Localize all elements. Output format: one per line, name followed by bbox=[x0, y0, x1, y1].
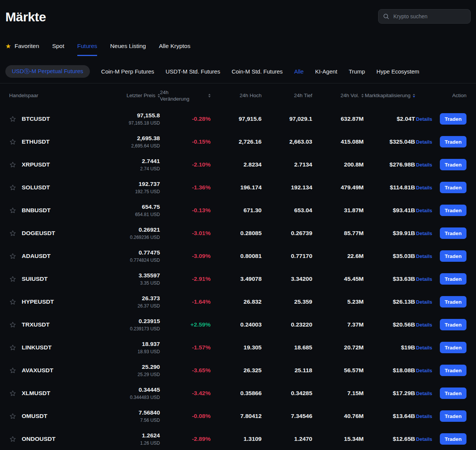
favorite-star-icon[interactable] bbox=[9, 138, 16, 146]
search-box[interactable] bbox=[378, 9, 471, 24]
details-link[interactable]: Details bbox=[415, 345, 434, 351]
details-link[interactable]: Details bbox=[415, 322, 434, 328]
trade-button[interactable]: Traden bbox=[440, 296, 466, 307]
pair-symbol[interactable]: XRPUSDT bbox=[22, 161, 50, 168]
trade-button[interactable]: Traden bbox=[440, 136, 466, 147]
last-price: 3.35597 bbox=[118, 272, 160, 279]
favorite-star-icon[interactable] bbox=[9, 436, 16, 443]
pair-symbol[interactable]: OMUSDT bbox=[22, 413, 47, 420]
details-link[interactable]: Details bbox=[415, 391, 434, 396]
favorite-star-icon[interactable] bbox=[9, 367, 16, 374]
low-24h: 25.359 bbox=[262, 298, 312, 305]
favorite-star-icon[interactable] bbox=[9, 344, 16, 351]
pair-symbol[interactable]: SOLUSDT bbox=[22, 184, 50, 191]
market-cap: $114.81B bbox=[364, 184, 415, 191]
price-usd: 7.56 USD bbox=[118, 418, 160, 423]
details-link[interactable]: Details bbox=[415, 116, 434, 122]
price-usd: 97,165.18 USD bbox=[118, 120, 160, 126]
pair-symbol[interactable]: AVAXUSDT bbox=[22, 367, 53, 374]
trade-button[interactable]: Traden bbox=[440, 205, 466, 216]
details-link[interactable]: Details bbox=[415, 185, 434, 191]
trade-button[interactable]: Traden bbox=[440, 319, 466, 330]
trade-button[interactable]: Traden bbox=[440, 342, 466, 353]
primary-tab[interactable]: Futures bbox=[77, 43, 97, 56]
last-price: 0.26921 bbox=[118, 226, 160, 233]
trade-button[interactable]: Traden bbox=[440, 433, 466, 445]
trade-button[interactable]: Traden bbox=[440, 250, 466, 262]
pair-symbol[interactable]: LINKUSDT bbox=[22, 344, 51, 351]
last-price: 1.2624 bbox=[118, 432, 160, 439]
details-link[interactable]: Details bbox=[415, 413, 434, 419]
primary-tab[interactable]: Spot bbox=[52, 43, 64, 56]
trade-button[interactable]: Traden bbox=[440, 227, 466, 239]
pair-symbol[interactable]: XLMUSDT bbox=[22, 390, 50, 397]
favorite-star-icon[interactable] bbox=[9, 413, 16, 420]
trade-button[interactable]: Traden bbox=[440, 159, 466, 170]
high-24h: 2,726.16 bbox=[211, 138, 262, 145]
details-link[interactable]: Details bbox=[415, 208, 434, 213]
primary-tab[interactable]: Alle Kryptos bbox=[159, 43, 190, 56]
filter-tab[interactable]: KI-Agent bbox=[315, 68, 337, 75]
change-value: -3.09% bbox=[192, 253, 211, 259]
favorite-star-icon[interactable] bbox=[9, 161, 16, 168]
favorite-star-icon[interactable] bbox=[9, 115, 16, 123]
pair-symbol[interactable]: ONDOUSDT bbox=[22, 436, 56, 442]
details-link[interactable]: Details bbox=[415, 231, 434, 236]
header-change[interactable]: 24h Veränderung bbox=[160, 89, 211, 102]
pair-symbol[interactable]: ADAUSDT bbox=[22, 253, 51, 259]
favorite-star-icon[interactable] bbox=[9, 298, 16, 306]
trade-button[interactable]: Traden bbox=[440, 113, 466, 125]
header-volume[interactable]: 24h Vol. bbox=[312, 93, 364, 98]
favorite-star-icon[interactable] bbox=[9, 230, 16, 237]
filter-tab[interactable]: Alle bbox=[294, 68, 303, 75]
details-link[interactable]: Details bbox=[415, 276, 434, 282]
primary-tab-label: Alle Kryptos bbox=[159, 43, 190, 50]
favorite-star-icon[interactable] bbox=[9, 253, 16, 260]
pair-symbol[interactable]: BTCUSDT bbox=[22, 115, 50, 122]
filter-tab[interactable]: Coin-M Perp Futures bbox=[101, 68, 154, 75]
trade-button[interactable]: Traden bbox=[440, 388, 466, 399]
pair-symbol[interactable]: ETHUSDT bbox=[22, 138, 50, 145]
primary-tab[interactable]: ★ Favoriten bbox=[5, 43, 39, 56]
high-24h: 97,915.6 bbox=[211, 115, 262, 122]
trade-button[interactable]: Traden bbox=[440, 410, 466, 422]
table-row: XLMUSDT 0.34445 0.344483 USD -3.42% 0.35… bbox=[9, 382, 466, 405]
price-usd: 0.239173 USD bbox=[118, 326, 160, 331]
change-value: +2.59% bbox=[190, 321, 211, 328]
low-24h: 97,029.1 bbox=[262, 115, 312, 122]
market-cap: $93.41B bbox=[364, 207, 415, 214]
pair-symbol[interactable]: HYPEUSDT bbox=[22, 298, 54, 305]
trade-button[interactable]: Traden bbox=[440, 273, 466, 285]
favorite-star-icon[interactable] bbox=[9, 275, 16, 283]
filter-tab[interactable]: Hype Ecosystem bbox=[377, 68, 420, 75]
header-market-cap[interactable]: Marktkapitalisierung bbox=[364, 93, 434, 98]
details-link[interactable]: Details bbox=[415, 368, 434, 373]
primary-tab[interactable]: Neues Listing bbox=[110, 43, 146, 56]
favorite-star-icon[interactable] bbox=[9, 184, 16, 191]
pair-symbol[interactable]: TRXUSDT bbox=[22, 321, 50, 328]
pair-symbol[interactable]: SUIUSDT bbox=[22, 275, 48, 282]
pair-symbol[interactable]: DOGEUSDT bbox=[22, 230, 55, 237]
favorite-star-icon[interactable] bbox=[9, 390, 16, 397]
details-link[interactable]: Details bbox=[415, 436, 434, 442]
filter-tab[interactable]: Coin-M Std. Futures bbox=[232, 68, 283, 75]
details-link[interactable]: Details bbox=[415, 162, 434, 168]
pair-symbol[interactable]: BNBUSDT bbox=[22, 207, 51, 214]
low-24h: 1.2470 bbox=[262, 436, 312, 442]
details-link[interactable]: Details bbox=[415, 299, 434, 305]
header-last-price[interactable]: Letzter Preis bbox=[118, 93, 160, 98]
details-link[interactable]: Details bbox=[415, 139, 434, 145]
change-value: -3.42% bbox=[192, 390, 211, 396]
details-link[interactable]: Details bbox=[415, 253, 434, 259]
filter-tab[interactable]: Trump bbox=[349, 68, 365, 75]
table-row: ETHUSDT 2,695.38 2,695.64 USD -0.15% 2,7… bbox=[9, 130, 466, 153]
filter-tab[interactable]: USDⓢ-M Perpetual Futures bbox=[5, 65, 90, 78]
favorite-star-icon[interactable] bbox=[9, 207, 16, 214]
change-value: -0.28% bbox=[192, 115, 211, 122]
trade-button[interactable]: Traden bbox=[440, 182, 466, 193]
trade-button[interactable]: Traden bbox=[440, 365, 466, 376]
filter-tab[interactable]: USDT-M Std. Futures bbox=[166, 68, 220, 75]
favorite-star-icon[interactable] bbox=[9, 321, 16, 328]
search-input[interactable] bbox=[393, 13, 466, 20]
table-row: HYPEUSDT 26.373 26.37 USD -1.64% 26.832 … bbox=[9, 290, 466, 313]
